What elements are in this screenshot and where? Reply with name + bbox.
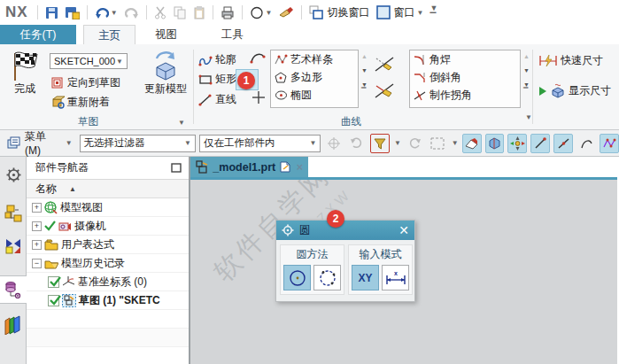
curve-gallery-scroll[interactable]: ▲ ▼ ▼▔ xyxy=(361,53,368,95)
profile-button[interactable]: 轮廓 xyxy=(198,52,236,67)
studio-spline-button[interactable]: 艺术样条 xyxy=(271,50,358,68)
chamfer-icon xyxy=(414,72,427,83)
polygon-button[interactable]: 多边形 xyxy=(271,68,358,86)
expand-icon[interactable]: + xyxy=(32,203,42,213)
reattach-button[interactable]: 重新附着 xyxy=(51,95,110,110)
curve-group-more-icon[interactable]: ▼ xyxy=(525,113,532,121)
undo-dropdown-icon[interactable]: ▼ xyxy=(111,9,118,17)
tree-item-model-history[interactable]: − 模型历史记录 xyxy=(27,254,189,273)
quick-extend-button[interactable] xyxy=(374,81,397,101)
checkbox-checked[interactable] xyxy=(48,276,59,288)
rectangle-select-icon[interactable] xyxy=(428,134,447,153)
tree-item-datum-csys[interactable]: 基准坐标系 (0) xyxy=(27,273,189,291)
snap-erase-icon[interactable] xyxy=(462,134,482,153)
expand-icon[interactable]: + xyxy=(32,240,42,250)
scroll-down-icon[interactable]: ▼ xyxy=(523,67,530,74)
input-mode-label: 输入模式 xyxy=(352,247,409,262)
tree-item-cameras[interactable]: + 摄像机 xyxy=(27,217,189,236)
menu-button[interactable]: 菜单(M) ▼ xyxy=(4,128,76,159)
snap-spline-icon[interactable] xyxy=(600,134,619,153)
scroll-down-icon[interactable]: ▼ xyxy=(361,67,368,74)
circle-center-radius-button[interactable] xyxy=(283,265,311,290)
sketch-name-combo[interactable]: SKETCH_000 ▼ xyxy=(50,53,128,69)
ellipse-button[interactable]: 椭圆 xyxy=(271,86,358,104)
undo-icon[interactable]: ▼ xyxy=(93,5,120,20)
point-button[interactable] xyxy=(251,90,266,105)
line-button[interactable]: 直线 xyxy=(198,92,236,107)
rapid-dimension-button[interactable]: 快速尺寸 xyxy=(538,53,603,68)
fillet-button[interactable]: 角焊 xyxy=(410,50,520,68)
tab-home[interactable]: 主页 xyxy=(83,25,135,44)
update-model-button[interactable]: 更新模型 xyxy=(142,51,190,97)
snap-move-icon[interactable] xyxy=(507,134,527,153)
qat-customize-icon[interactable]: ▼▔ xyxy=(429,4,437,21)
make-corner-button[interactable]: 制作拐角 xyxy=(410,86,520,104)
scope-dropdown-icon[interactable]: ▼ xyxy=(309,139,316,147)
tab-task[interactable]: 任务(T) xyxy=(0,25,76,44)
last-tool-dropdown-icon[interactable]: ▼ xyxy=(266,9,273,17)
constraint-navigator-icon[interactable] xyxy=(3,235,24,256)
work-plane-icon[interactable] xyxy=(485,134,505,153)
window-button[interactable]: 窗口 ▼ xyxy=(375,4,425,21)
select-mode-dropdown-icon[interactable]: ▼ xyxy=(452,139,459,147)
snap-arc-icon[interactable] xyxy=(576,134,596,153)
checkbox-checked[interactable] xyxy=(48,295,59,306)
dialog-gear-icon[interactable] xyxy=(282,224,294,236)
part-navigator-icon[interactable] xyxy=(0,275,27,304)
document-tab[interactable]: _model1.prt × xyxy=(190,157,308,177)
save-icon[interactable] xyxy=(43,5,60,20)
print-icon[interactable] xyxy=(219,5,236,20)
expand-icon[interactable]: + xyxy=(32,221,42,231)
arc-button[interactable] xyxy=(250,50,266,65)
gallery-expand-icon[interactable]: ▼▔ xyxy=(523,81,530,95)
nx-window: NX ▼ ▼ 切换窗口 窗口 ▼ ▼▔ 任务(T) 主页 视图 工具 xyxy=(0,0,619,364)
tree-item-user-expressions[interactable]: + 用户表达式 xyxy=(27,236,189,254)
snap-midpoint-icon[interactable] xyxy=(553,134,573,153)
orient-to-sketch-button[interactable]: 定向到草图 xyxy=(51,75,120,90)
selection-filter-combo[interactable]: 无选择过滤器 ▼ xyxy=(80,135,196,152)
switch-window-button[interactable]: 切换窗口 xyxy=(307,4,371,21)
studio-spline-icon xyxy=(275,54,288,66)
gallery-expand-icon[interactable]: ▼▔ xyxy=(361,81,368,95)
collapse-icon[interactable]: − xyxy=(32,259,42,268)
separator xyxy=(213,5,213,19)
dimension-input-button[interactable]: x xyxy=(382,265,409,290)
filter-more-dropdown-icon[interactable]: ▼ xyxy=(394,139,401,147)
snap-endpoint-icon[interactable] xyxy=(530,134,550,153)
tab-view[interactable]: 视图 xyxy=(141,25,191,44)
circle-dialog-titlebar[interactable]: 圆 ✕ xyxy=(276,221,414,240)
format-painter-icon[interactable] xyxy=(277,5,296,19)
chamfer-button[interactable]: 倒斜角 xyxy=(410,68,520,86)
tab-close-icon[interactable]: × xyxy=(297,161,303,174)
selection-filter-icon[interactable] xyxy=(370,134,390,153)
quick-trim-button[interactable] xyxy=(374,55,397,74)
roles-gear-icon[interactable] xyxy=(3,164,24,185)
tree-item-model-views[interactable]: + 模型视图 xyxy=(27,198,189,217)
tab-tools[interactable]: 工具 xyxy=(207,25,258,44)
reuse-library-icon[interactable] xyxy=(3,314,24,336)
circle-dialog[interactable]: 圆 ✕ 圆方法 xyxy=(275,220,415,302)
save-as-icon[interactable] xyxy=(64,5,81,20)
panel-pin-icon[interactable] xyxy=(171,163,182,173)
rectangle-button[interactable]: 矩形 xyxy=(198,72,236,87)
finish-sketch-button[interactable]: 完成 xyxy=(4,51,46,97)
sketch-group-dropdown-icon[interactable]: ▼ xyxy=(178,119,185,127)
last-tool-circle-icon[interactable]: ▼ xyxy=(248,5,275,20)
navigator-column-header[interactable]: 名称 ▲ xyxy=(27,180,189,198)
sketch-name-dropdown-icon[interactable]: ▼ xyxy=(116,58,123,66)
assembly-navigator-icon[interactable] xyxy=(3,203,24,224)
display-dimension-button[interactable]: 显示尺寸 xyxy=(538,83,611,98)
fillet-label: 角焊 xyxy=(429,52,451,67)
tree-item-sketch[interactable]: 草图 (1) "SKETC xyxy=(27,291,189,310)
window-dropdown-icon[interactable]: ▼ xyxy=(416,9,423,17)
dialog-close-icon[interactable]: ✕ xyxy=(398,224,409,236)
sort-ascending-icon[interactable]: ▲ xyxy=(69,185,76,193)
sketch-canvas[interactable]: 软件自学网 RJZXW 圆 ✕ 圆方法 xyxy=(190,180,617,364)
corner-gallery-scroll[interactable]: ▲ ▼ ▼▔ xyxy=(523,53,530,95)
circle-three-point-button[interactable] xyxy=(313,265,341,290)
menu-dropdown-icon[interactable]: ▼ xyxy=(66,139,73,147)
xy-input-button[interactable]: XY xyxy=(352,265,379,290)
selection-scope-combo[interactable]: 仅在工作部件内 ▼ xyxy=(199,135,321,152)
filter-dropdown-icon[interactable]: ▼ xyxy=(184,139,191,147)
modified-doc-icon xyxy=(280,161,290,173)
